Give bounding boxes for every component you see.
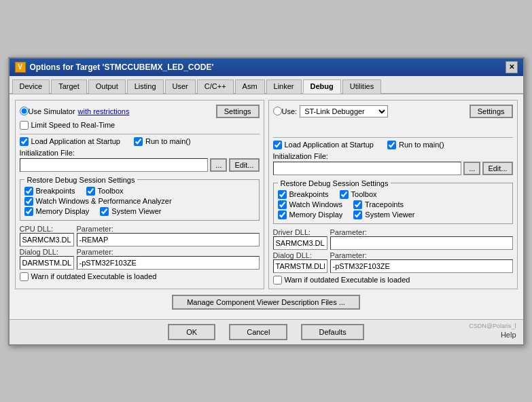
close-button[interactable]: ✕ [506,61,518,73]
load-app-checkbox-right[interactable] [273,141,282,149]
left-top: Use Simulator with restrictions Settings [20,105,260,118]
bottom-bar: OK Cancel Defaults Help CSDN@Polaris_l [10,319,523,344]
restore-group-right: Restore Debug Session Settings Breakpoin… [273,179,513,224]
dll-header-row1-right: Driver DLL: Parameter: [273,228,513,236]
driver-dll-header-right: Driver DLL: [273,228,327,236]
limit-speed-row: Limit Speed to Real-Time [20,121,260,130]
watch-windows-label-right: Watch Windows [289,200,342,208]
tab-device[interactable]: Device [12,79,50,94]
dialog-param-header-left: Parameter: [77,248,260,256]
driver-dll-param-input-right[interactable] [330,236,513,250]
tab-user[interactable]: User [165,79,196,94]
window-title: Options for Target 'STMCCUBEMX_LED_CODE' [30,62,214,72]
debugger-select[interactable]: ST-Link Debugger [300,105,388,117]
tab-linker[interactable]: Linker [266,79,302,94]
use-radio[interactable] [273,107,282,115]
load-app-checkbox[interactable] [20,137,29,146]
cpu-dll-input-left[interactable] [20,233,74,246]
restore-row3-right: Memory Display System Viewer [278,211,508,221]
breakpoints-checkbox-left[interactable] [24,187,33,196]
warn-label-left: Warn if outdated Executable is loaded [31,272,157,280]
toolbox-checkbox-right[interactable] [340,190,349,199]
memory-display-checkbox-right[interactable] [278,211,287,219]
init-file-dots-button-right[interactable]: ... [463,162,480,175]
run-to-main-checkbox-right[interactable] [387,141,396,149]
breakpoints-label-right: Breakpoints [289,190,329,198]
dialog-dll-input-right[interactable] [273,259,327,273]
tab-debug[interactable]: Debug [303,79,341,94]
cpu-dll-row-left [20,233,260,246]
dialog-dll-header-left: Dialog DLL: [20,248,74,256]
toolbox-label-left: Toolbox [98,187,124,195]
right-settings-button[interactable]: Settings [469,105,513,118]
app-icon: V [15,62,26,73]
dll-section-left: CPU DLL: Parameter: Dialog DLL: Paramete… [20,225,260,270]
left-settings-button[interactable]: Settings [216,105,260,118]
tab-target[interactable]: Target [51,79,87,94]
breakpoints-label-left: Breakpoints [36,187,75,195]
dialog-dll-param-input-right[interactable] [330,259,513,273]
breakpoints-checkbox-right[interactable] [278,190,287,199]
watch-windows-checkbox-left[interactable] [24,197,33,206]
cancel-button[interactable]: Cancel [229,324,287,340]
watch-windows-row-left: Watch Windows & Performance Analyzer [24,197,255,206]
load-app-label: Load Application at Startup [31,137,120,145]
right-top: Use: ST-Link Debugger Settings [273,105,513,118]
tab-utilities[interactable]: Utilities [342,79,381,94]
restore-group-legend-left: Restore Debug Session Settings [24,176,138,184]
tab-cpp[interactable]: C/C++ [197,79,234,94]
tracepoints-label-right: Tracepoints [365,200,404,208]
main-columns: Use Simulator with restrictions Settings… [15,100,518,289]
defaults-button[interactable]: Defaults [301,324,363,340]
driver-param-header-right: Parameter: [330,228,513,236]
dll-header-row2-left: Dialog DLL: Parameter: [20,248,260,256]
run-to-main-label-right: Run to main() [399,141,444,149]
warn-checkbox-right[interactable] [273,276,282,285]
run-to-main-checkbox[interactable] [134,137,143,146]
warn-label-right: Warn if outdated Executable is loaded [285,276,410,284]
init-file-input[interactable] [20,158,209,172]
tab-output[interactable]: Output [88,79,126,94]
tab-asm[interactable]: Asm [235,79,265,94]
restrictions-link[interactable]: with restrictions [78,107,130,115]
init-file-edit-button[interactable]: Edit... [229,158,259,172]
title-bar: V Options for Target 'STMCCUBEMX_LED_COD… [10,58,523,76]
limit-speed-checkbox[interactable] [20,121,29,130]
system-viewer-checkbox-right[interactable] [353,211,362,219]
restore-row2-right: Watch Windows Tracepoints [278,200,508,211]
tracepoints-checkbox-right[interactable] [353,200,362,209]
watch-windows-checkbox-right[interactable] [278,200,287,209]
system-viewer-checkbox-left[interactable] [100,207,109,216]
toolbox-checkbox-left[interactable] [86,187,95,196]
dialog-dll-row-left [20,256,260,270]
simulator-radio[interactable] [20,107,29,115]
warn-row-right: Warn if outdated Executable is loaded [273,276,513,285]
ok-button[interactable]: OK [168,324,215,340]
simulator-label: Use Simulator [29,107,75,115]
dialog-dll-input-left[interactable] [20,256,74,270]
cpu-dll-param-input-left[interactable] [77,233,260,246]
system-viewer-label-left: System Viewer [111,207,161,215]
tab-listing[interactable]: Listing [127,79,164,94]
cpu-dll-header-left: CPU DLL: [20,225,74,233]
init-file-dots-button[interactable]: ... [210,158,227,172]
dialog-dll-param-input-left[interactable] [77,256,260,270]
run-to-main-label: Run to main() [145,137,191,145]
dll-header-row1-left: CPU DLL: Parameter: [20,225,260,233]
dialog-dll-header-right: Dialog DLL: [273,251,327,259]
memory-display-checkbox-left[interactable] [24,207,33,216]
init-file-label-right: Initialization File: [273,152,513,160]
manage-btn-row: Manage Component Viewer Description File… [15,295,518,310]
warn-checkbox-left[interactable] [20,272,29,281]
init-file-row: ... Edit... [20,158,260,172]
init-file-edit-button-right[interactable]: Edit... [482,162,512,175]
system-viewer-label-right: System Viewer [365,211,414,219]
cpu-param-header-left: Parameter: [77,225,260,233]
dll-section-right: Driver DLL: Parameter: Dialog DLL: Param… [273,228,513,273]
memory-display-label-left: Memory Display [36,207,90,215]
driver-dll-input-right[interactable] [273,236,327,250]
dialog-dll-row-right [273,259,513,273]
manage-button[interactable]: Manage Component Viewer Description File… [172,295,360,310]
help-text: Help [501,331,516,339]
init-file-input-right[interactable] [273,162,462,175]
